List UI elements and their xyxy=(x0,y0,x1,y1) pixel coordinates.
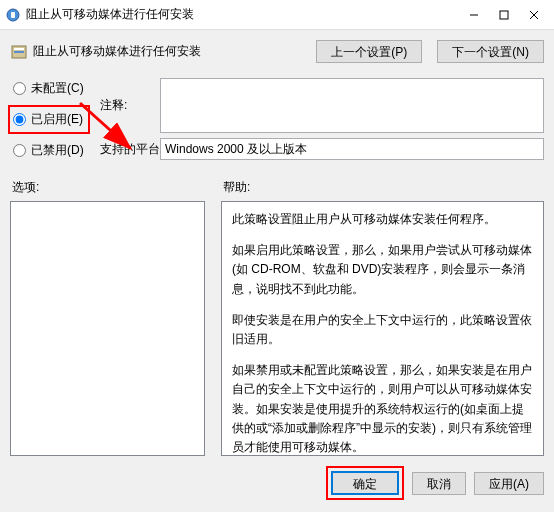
prev-setting-button[interactable]: 上一个设置(P) xyxy=(316,40,422,63)
policy-icon xyxy=(10,43,28,61)
maximize-button[interactable] xyxy=(489,1,519,29)
platform-label: 支持的平台: xyxy=(100,141,160,158)
help-label: 帮助: xyxy=(221,179,544,196)
help-p4: 如果禁用或未配置此策略设置，那么，如果安装是在用户自己的安全上下文中运行的，则用… xyxy=(232,361,533,456)
radio-disabled-label: 已禁用(D) xyxy=(31,142,84,159)
radio-enabled-input[interactable] xyxy=(13,113,26,126)
comment-input[interactable] xyxy=(160,78,544,133)
radio-not-configured-label: 未配置(C) xyxy=(31,80,84,97)
next-setting-button[interactable]: 下一个设置(N) xyxy=(437,40,544,63)
help-p3: 即使安装是在用户的安全上下文中运行的，此策略设置依旧适用。 xyxy=(232,311,533,349)
svg-rect-3 xyxy=(500,11,508,19)
options-box xyxy=(10,201,205,456)
comment-label: 注释: xyxy=(100,97,160,114)
svg-rect-1 xyxy=(11,12,15,18)
svg-rect-7 xyxy=(14,48,24,50)
radio-enabled[interactable]: 已启用(E) xyxy=(8,105,90,134)
radio-not-configured-input[interactable] xyxy=(13,82,26,95)
app-icon xyxy=(5,7,21,23)
header-title-text: 阻止从可移动媒体进行任何安装 xyxy=(33,43,201,60)
platform-input[interactable] xyxy=(160,138,544,160)
ok-button[interactable]: 确定 xyxy=(331,471,399,495)
radio-disabled-input[interactable] xyxy=(13,144,26,157)
help-p1: 此策略设置阻止用户从可移动媒体安装任何程序。 xyxy=(232,210,533,229)
apply-button[interactable]: 应用(A) xyxy=(474,472,544,495)
radio-disabled[interactable]: 已禁用(D) xyxy=(10,140,90,161)
close-button[interactable] xyxy=(519,1,549,29)
ok-button-highlight: 确定 xyxy=(326,466,404,500)
cancel-button[interactable]: 取消 xyxy=(412,472,466,495)
window-title: 阻止从可移动媒体进行任何安装 xyxy=(26,6,459,23)
radio-not-configured[interactable]: 未配置(C) xyxy=(10,78,90,99)
help-box: 此策略设置阻止用户从可移动媒体安装任何程序。 如果启用此策略设置，那么，如果用户… xyxy=(221,201,544,456)
options-label: 选项: xyxy=(10,179,205,196)
help-p2: 如果启用此策略设置，那么，如果用户尝试从可移动媒体(如 CD-ROM、软盘和 D… xyxy=(232,241,533,299)
svg-rect-8 xyxy=(14,51,24,53)
radio-enabled-label: 已启用(E) xyxy=(31,111,83,128)
minimize-button[interactable] xyxy=(459,1,489,29)
